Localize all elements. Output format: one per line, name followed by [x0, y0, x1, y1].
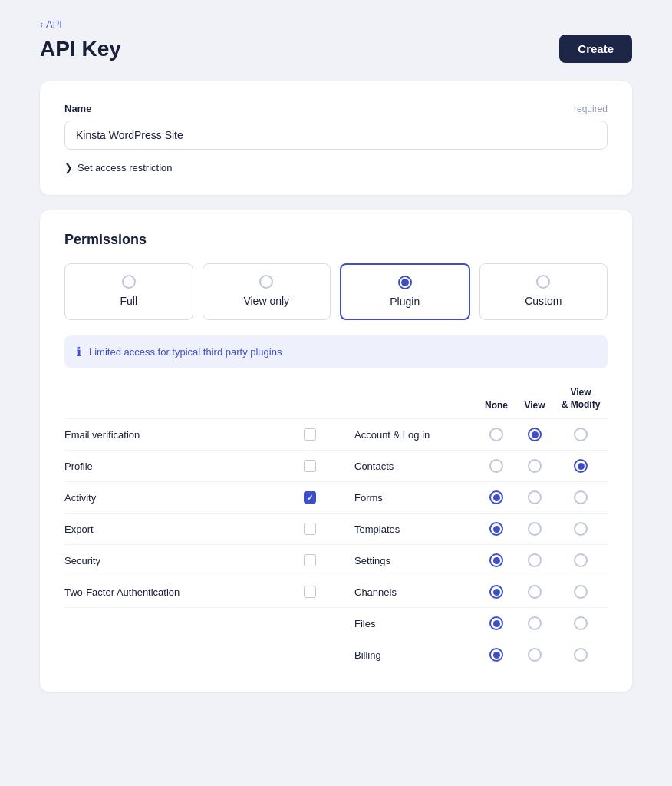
- create-button[interactable]: Create: [559, 35, 632, 63]
- info-icon: ℹ: [77, 345, 81, 359]
- radio-none-btn[interactable]: [489, 616, 503, 630]
- radio-none-btn[interactable]: [489, 428, 503, 441]
- permission-plugin[interactable]: Plugin: [340, 263, 470, 320]
- radio-forms-none[interactable]: [477, 490, 516, 504]
- radio-channels-none[interactable]: [477, 585, 516, 599]
- radio-templates-view[interactable]: [516, 522, 554, 536]
- radio-view-btn[interactable]: [528, 553, 542, 567]
- name-card: Name required ❯ Set access restriction: [40, 81, 632, 195]
- th-view: View: [516, 400, 554, 411]
- left-name-export: Export: [64, 523, 299, 535]
- radio-none-btn[interactable]: [489, 553, 503, 567]
- radio-billing-none[interactable]: [477, 648, 516, 662]
- left-name-profile: Profile: [64, 461, 299, 472]
- right-name-settings: Settings: [354, 555, 477, 566]
- radio-forms-view[interactable]: [516, 490, 554, 504]
- radio-account-vm[interactable]: [554, 428, 608, 441]
- radio-vm-btn[interactable]: [574, 428, 588, 441]
- check-activity[interactable]: ✓: [299, 491, 330, 504]
- view-only-radio: [259, 275, 273, 289]
- right-name-account: Account & Log in: [354, 429, 477, 441]
- checkbox-export[interactable]: [304, 523, 316, 535]
- page-header: API Key Create: [40, 35, 632, 63]
- checkbox-2fa[interactable]: [304, 586, 316, 598]
- radio-settings-none[interactable]: [477, 553, 516, 567]
- permissions-card: Permissions Full View only Plugin Custom: [40, 210, 632, 692]
- radio-contacts-vm[interactable]: [554, 459, 608, 473]
- radio-settings-view[interactable]: [516, 553, 554, 567]
- permission-full[interactable]: Full: [64, 263, 193, 320]
- radio-view-btn[interactable]: [528, 648, 542, 662]
- checkbox-email[interactable]: [304, 428, 316, 441]
- radio-forms-vm[interactable]: [554, 490, 608, 504]
- table-header-row: None View View& Modify: [64, 387, 608, 419]
- check-export[interactable]: [299, 523, 330, 535]
- plugin-radio: [398, 276, 412, 289]
- info-text: Limited access for typical third party p…: [89, 346, 282, 358]
- right-name-channels: Channels: [354, 586, 477, 598]
- left-name-2fa: Two-Factor Authentication: [64, 586, 299, 598]
- right-name-contacts: Contacts: [354, 461, 477, 472]
- radio-billing-vm[interactable]: [554, 648, 608, 662]
- check-2fa[interactable]: [299, 586, 330, 598]
- back-label: API: [46, 18, 62, 30]
- checkbox-security[interactable]: [304, 554, 316, 566]
- radio-none-btn[interactable]: [489, 490, 503, 504]
- name-input[interactable]: [64, 121, 608, 150]
- table-row: Security Settings: [64, 545, 608, 576]
- left-name-activity: Activity: [64, 492, 299, 504]
- radio-none-btn[interactable]: [489, 459, 503, 473]
- radio-none-btn[interactable]: [489, 522, 503, 536]
- access-restriction-toggle[interactable]: ❯ Set access restriction: [64, 162, 608, 173]
- radio-none-btn[interactable]: [489, 585, 503, 599]
- right-name-billing: Billing: [354, 649, 477, 661]
- radio-vm-btn[interactable]: [574, 490, 588, 504]
- radio-files-vm[interactable]: [554, 616, 608, 630]
- back-link[interactable]: ‹ API: [40, 18, 632, 30]
- permission-options: Full View only Plugin Custom: [64, 263, 608, 320]
- table-row: Email verification Account & Log in: [64, 419, 608, 451]
- table-row: Two-Factor Authentication Channels: [64, 576, 608, 608]
- radio-view-btn[interactable]: [528, 616, 542, 630]
- radio-vm-btn[interactable]: [574, 522, 588, 536]
- permission-custom[interactable]: Custom: [479, 263, 608, 320]
- radio-view-btn[interactable]: [528, 585, 542, 599]
- radio-none-btn[interactable]: [489, 648, 503, 662]
- table-row: Billing: [64, 639, 608, 670]
- radio-templates-none[interactable]: [477, 522, 516, 536]
- radio-vm-btn[interactable]: [574, 553, 588, 567]
- plugin-label: Plugin: [390, 296, 420, 308]
- radio-view-btn[interactable]: [528, 428, 542, 441]
- radio-channels-view[interactable]: [516, 585, 554, 599]
- chevron-right-icon: ❯: [64, 162, 73, 173]
- radio-settings-vm[interactable]: [554, 553, 608, 567]
- radio-files-view[interactable]: [516, 616, 554, 630]
- radio-vm-btn[interactable]: [574, 648, 588, 662]
- required-label: required: [574, 104, 608, 114]
- full-label: Full: [120, 295, 137, 307]
- radio-billing-view[interactable]: [516, 648, 554, 662]
- radio-vm-btn[interactable]: [574, 459, 588, 473]
- radio-contacts-view[interactable]: [516, 459, 554, 473]
- radio-view-btn[interactable]: [528, 490, 542, 504]
- radio-account-view[interactable]: [516, 428, 554, 441]
- radio-account-none[interactable]: [477, 428, 516, 441]
- access-restriction-label: Set access restriction: [77, 162, 173, 173]
- permissions-table: None View View& Modify Email verificatio…: [64, 387, 608, 670]
- radio-view-btn[interactable]: [528, 459, 542, 473]
- radio-channels-vm[interactable]: [554, 585, 608, 599]
- radio-vm-btn[interactable]: [574, 585, 588, 599]
- check-email[interactable]: [299, 428, 330, 441]
- checkbox-profile[interactable]: [304, 460, 316, 472]
- radio-templates-vm[interactable]: [554, 522, 608, 536]
- right-name-forms: Forms: [354, 492, 477, 504]
- check-profile[interactable]: [299, 460, 330, 472]
- checkbox-activity[interactable]: ✓: [304, 491, 316, 504]
- radio-files-none[interactable]: [477, 616, 516, 630]
- table-row: Files: [64, 608, 608, 639]
- radio-vm-btn[interactable]: [574, 616, 588, 630]
- check-security[interactable]: [299, 554, 330, 566]
- radio-contacts-none[interactable]: [477, 459, 516, 473]
- permission-view-only[interactable]: View only: [203, 263, 331, 320]
- radio-view-btn[interactable]: [528, 522, 542, 536]
